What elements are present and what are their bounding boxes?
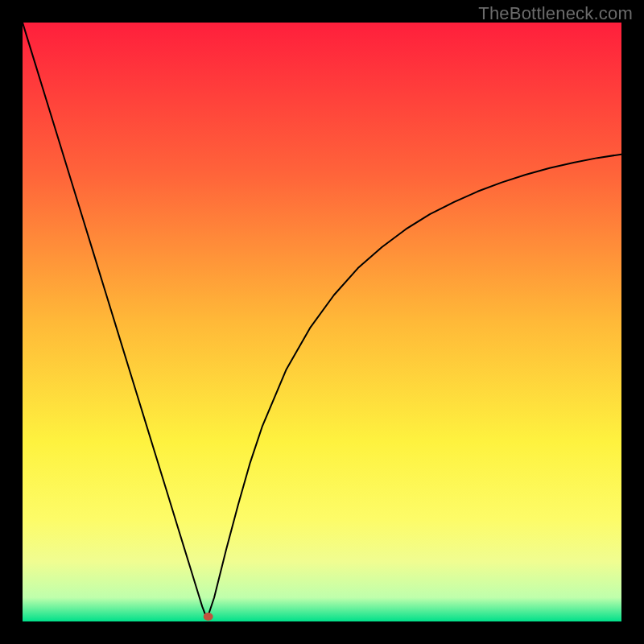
chart-container: TheBottleneck.com [0,0,644,644]
bottleneck-curve [23,23,621,616]
watermark-text: TheBottleneck.com [478,3,633,24]
chart-plot-area [23,23,621,621]
optimal-point-marker [204,613,213,621]
chart-curve-layer [23,23,621,621]
